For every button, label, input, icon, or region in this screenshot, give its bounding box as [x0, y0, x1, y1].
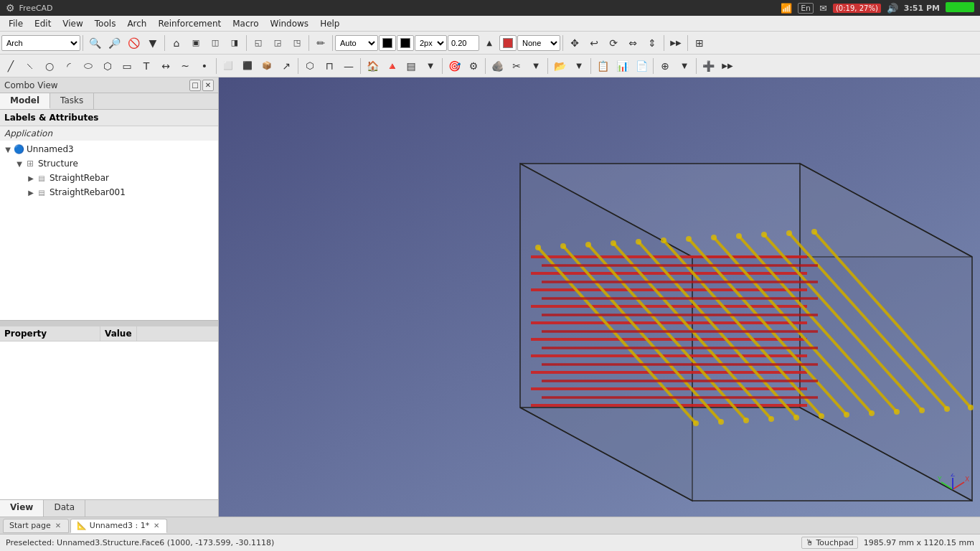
- toolbar-row-1: Arch 🔍 🔎 🚫 ▼ ⌂ ▣ ◫ ◨ ◱ ◲ ◳ ✏ Auto 2px ▲ …: [0, 32, 980, 55]
- menu-help[interactable]: Help: [314, 17, 345, 30]
- bspline-btn[interactable]: ~: [176, 57, 194, 75]
- line-width-selector[interactable]: 2px: [415, 35, 447, 51]
- tree-item-straightrebar[interactable]: ▶ ▤ StraightRebar: [0, 171, 218, 185]
- line-tool-btn[interactable]: ╱: [1, 57, 20, 75]
- material-btn[interactable]: 🪨: [488, 57, 507, 75]
- mail-icon: ✉: [819, 3, 827, 14]
- open-btn[interactable]: 📂: [550, 57, 569, 75]
- svg-text:Z: Z: [951, 474, 955, 478]
- draw-style-btn[interactable]: ✏: [311, 34, 330, 52]
- move2-btn[interactable]: ↗: [277, 57, 296, 75]
- tree-item-straightrebar001[interactable]: ▶ ▤ StraightRebar001: [0, 185, 218, 199]
- tab-unnamed3[interactable]: 📐 Unnamed3 : 1* ✕: [70, 519, 167, 533]
- menu-file[interactable]: File: [3, 17, 29, 30]
- dimension-btn[interactable]: ↔: [156, 57, 175, 75]
- 3d-viewport[interactable]: X Y Z: [219, 77, 980, 517]
- tab-view[interactable]: View: [0, 500, 44, 517]
- snap-settings-btn[interactable]: ⚙: [464, 57, 483, 75]
- axo-front-btn[interactable]: ◱: [249, 34, 268, 52]
- line2-btn[interactable]: —: [339, 57, 358, 75]
- unnamed3-tab-close[interactable]: ✕: [152, 522, 161, 530]
- table-btn[interactable]: 📄: [632, 57, 651, 75]
- model-tree[interactable]: ▼ 🔵 Unnamed3 ▼ ⊞ Structure ▶ ▤ StraightR…: [0, 141, 218, 320]
- arc-btn[interactable]: ◜: [60, 57, 78, 75]
- wall-btn[interactable]: ⬜: [219, 57, 237, 75]
- merge-dd-btn[interactable]: ▼: [675, 57, 694, 75]
- svg-point-48: [711, 235, 717, 240]
- start-page-close[interactable]: ✕: [54, 522, 62, 530]
- right-view-btn[interactable]: ◨: [225, 34, 244, 52]
- tab-start-page[interactable]: Start page ✕: [3, 519, 69, 533]
- add-btn[interactable]: ➕: [699, 57, 717, 75]
- rectangle-btn[interactable]: ▭: [118, 57, 136, 75]
- menu-windows[interactable]: Windows: [265, 17, 315, 30]
- draw-mode-selector[interactable]: Auto: [335, 35, 378, 51]
- front-view-btn[interactable]: ▣: [187, 34, 205, 52]
- floor-btn[interactable]: 🏠: [363, 57, 382, 75]
- move-btn[interactable]: ✥: [565, 34, 584, 52]
- no-btn[interactable]: 🚫: [124, 34, 143, 52]
- opacity-input[interactable]: [448, 35, 479, 51]
- zoom-in-btn[interactable]: 🔎: [105, 34, 123, 52]
- tab-tasks[interactable]: Tasks: [50, 93, 94, 109]
- axo-back-btn[interactable]: ◲: [268, 34, 287, 52]
- more-btn[interactable]: ▶▶: [666, 34, 685, 52]
- text-btn[interactable]: T: [137, 57, 156, 75]
- wall-edit-btn[interactable]: ⬛: [238, 57, 257, 75]
- circle-btn[interactable]: ○: [40, 57, 59, 75]
- grid-btn[interactable]: ⊞: [690, 34, 709, 52]
- overlay-selector[interactable]: None: [517, 35, 560, 51]
- roof-btn[interactable]: 🔺: [382, 57, 401, 75]
- top-view-btn[interactable]: ◫: [206, 34, 225, 52]
- dropdown-btn[interactable]: ▼: [143, 34, 162, 52]
- combo-close-btn[interactable]: ✕: [202, 80, 214, 91]
- stair-dd-btn[interactable]: ▼: [421, 57, 440, 75]
- touchpad-label[interactable]: 🖱 Touchpad: [801, 537, 858, 549]
- menu-tools[interactable]: Tools: [89, 17, 122, 30]
- menu-edit[interactable]: Edit: [29, 17, 57, 30]
- svg-point-43: [793, 415, 799, 420]
- point-btn[interactable]: •: [195, 57, 214, 75]
- section-dd-btn[interactable]: ▼: [527, 57, 545, 75]
- menu-reinforcement[interactable]: Reinforcement: [152, 17, 227, 30]
- snap-color-btn[interactable]: [499, 35, 517, 51]
- stair-btn[interactable]: ▤: [402, 57, 420, 75]
- menu-view[interactable]: View: [57, 17, 88, 30]
- opacity-spinner-up[interactable]: ▲: [480, 34, 499, 52]
- tab-data[interactable]: Data: [44, 500, 85, 517]
- combo-view-header: Combo View □ ✕: [0, 77, 218, 93]
- zoom-fit-btn[interactable]: 🔍: [85, 34, 104, 52]
- panel-btn[interactable]: 📋: [593, 57, 612, 75]
- sync-btn[interactable]: ⟳: [604, 34, 623, 52]
- section-btn[interactable]: ✂: [507, 57, 526, 75]
- polygon-btn[interactable]: ⬡: [98, 57, 117, 75]
- menu-macro[interactable]: Macro: [227, 17, 264, 30]
- rotate-btn[interactable]: ↩: [585, 34, 603, 52]
- polyline-btn[interactable]: ⟍: [21, 57, 39, 75]
- tree-item-structure[interactable]: ▼ ⊞ Structure: [0, 156, 218, 171]
- menu-arch[interactable]: Arch: [121, 17, 152, 30]
- volume-icon: 🔊: [887, 3, 898, 14]
- workbench-selector[interactable]: Arch: [1, 35, 80, 51]
- merge-btn[interactable]: ⊕: [656, 57, 674, 75]
- cube-btn[interactable]: ⬡: [301, 57, 319, 75]
- line-color-btn[interactable]: [379, 35, 396, 51]
- flip-v-btn[interactable]: ⇕: [643, 34, 661, 52]
- home-view-btn[interactable]: ⌂: [167, 34, 186, 52]
- chart-btn[interactable]: 📊: [613, 57, 631, 75]
- axo-right-btn[interactable]: ◳: [288, 34, 306, 52]
- combo-restore-btn[interactable]: □: [189, 80, 201, 91]
- tab-model[interactable]: Model: [0, 93, 50, 109]
- snap-btn[interactable]: 🎯: [445, 57, 463, 75]
- flip-h-btn[interactable]: ⇔: [623, 34, 642, 52]
- tree-item-unnamed3[interactable]: ▼ 🔵 Unnamed3: [0, 142, 218, 156]
- component-btn[interactable]: 📦: [258, 57, 276, 75]
- open-dd-btn[interactable]: ▼: [570, 57, 588, 75]
- extrude-btn[interactable]: ⊓: [320, 57, 339, 75]
- property-resize-handle[interactable]: [0, 321, 218, 326]
- more2-btn[interactable]: ▶▶: [718, 57, 737, 75]
- tree-label-structure: Structure: [38, 159, 78, 169]
- sep4: [308, 35, 309, 51]
- ellipse-btn[interactable]: ⬭: [79, 57, 98, 75]
- fill-color-btn[interactable]: [397, 35, 414, 51]
